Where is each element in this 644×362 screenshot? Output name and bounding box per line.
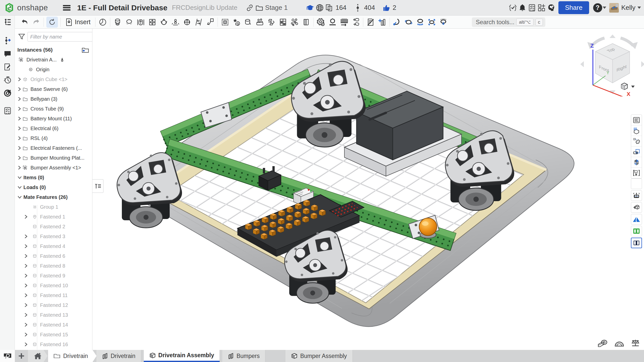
avatar[interactable] bbox=[609, 3, 619, 13]
tree-folder-battery-mount[interactable]: Battery Mount (11) bbox=[15, 114, 92, 124]
transfer-button[interactable] bbox=[266, 17, 277, 28]
app-mk-icon[interactable]: MK bbox=[631, 178, 642, 189]
compare-columns-button[interactable] bbox=[376, 17, 388, 28]
tab-drivetrain-folder[interactable]: Drivetrain bbox=[48, 350, 96, 362]
rack-pinion-relation-button[interactable] bbox=[338, 17, 350, 28]
rotate-left-arrow[interactable] bbox=[580, 61, 584, 67]
chevron-right-icon[interactable] bbox=[24, 215, 28, 219]
mate-fastened-13[interactable]: Fastened 13 bbox=[15, 310, 92, 320]
mate-button[interactable] bbox=[97, 17, 109, 28]
screw-relation-button[interactable] bbox=[350, 17, 362, 28]
tangent-mate-button[interactable] bbox=[204, 17, 216, 28]
chevron-right-icon[interactable] bbox=[24, 274, 28, 278]
search-document-icon[interactable] bbox=[0, 87, 15, 100]
in-context-button[interactable] bbox=[254, 17, 266, 28]
filter-icon[interactable] bbox=[18, 34, 25, 40]
mate-fastened-12[interactable]: Fastened 12 bbox=[15, 300, 92, 310]
help-caret-icon[interactable] bbox=[603, 7, 606, 9]
bom-table-button[interactable] bbox=[277, 17, 289, 28]
app-export-cube-icon[interactable] bbox=[631, 202, 642, 213]
revolute-mate-button[interactable] bbox=[123, 17, 135, 28]
chevron-down-icon[interactable] bbox=[17, 186, 22, 189]
drawing-hide-button[interactable] bbox=[365, 17, 376, 28]
document-menu-icon[interactable] bbox=[63, 5, 70, 11]
assembly-structure-toggle[interactable] bbox=[0, 16, 15, 29]
user-name[interactable]: Kelly bbox=[621, 4, 635, 12]
chevron-right-icon[interactable] bbox=[17, 146, 22, 150]
pinwheel-app-icon[interactable] bbox=[631, 157, 642, 168]
chevron-right-icon[interactable] bbox=[17, 136, 22, 140]
versions-add-icon[interactable] bbox=[0, 34, 15, 47]
app-green-book-icon[interactable] bbox=[631, 226, 642, 236]
add-folder-icon[interactable] bbox=[82, 47, 89, 53]
parallel-mate-button[interactable] bbox=[193, 17, 204, 28]
view-mode-caret-icon[interactable] bbox=[631, 86, 635, 88]
chevron-right-icon[interactable] bbox=[17, 156, 22, 160]
chevron-right-icon[interactable] bbox=[24, 294, 28, 297]
rotate-up-arrow[interactable] bbox=[610, 34, 616, 38]
appearance-icon[interactable] bbox=[631, 136, 642, 147]
search-tabs-button[interactable] bbox=[0, 350, 15, 362]
rotate-right-arrow[interactable] bbox=[641, 61, 644, 67]
mate-fastened-11[interactable]: Fastened 11 bbox=[15, 291, 92, 300]
configurations-icon[interactable] bbox=[631, 125, 642, 136]
tree-folder-bellypan[interactable]: Bellypan (3) bbox=[15, 94, 92, 104]
cylindrical-mate-button[interactable] bbox=[181, 17, 193, 28]
snap-mode-button[interactable] bbox=[242, 17, 254, 28]
feedback-icon[interactable] bbox=[0, 60, 15, 74]
mate-fastened-1[interactable]: Fastened 1 bbox=[15, 212, 92, 222]
group-button[interactable] bbox=[219, 17, 231, 28]
tree-folder-cross-tube[interactable]: Cross Tube (9) bbox=[15, 104, 92, 114]
chevron-right-icon[interactable] bbox=[24, 264, 28, 268]
home-tab-button[interactable] bbox=[28, 350, 48, 362]
featurescript-icon[interactable] bbox=[508, 3, 518, 13]
tape-measure-icon[interactable] bbox=[598, 339, 608, 347]
named-views-icon[interactable] bbox=[631, 147, 642, 157]
new-tab-button[interactable] bbox=[15, 350, 28, 362]
chevron-right-icon[interactable] bbox=[24, 244, 28, 248]
chevron-right-icon[interactable] bbox=[17, 78, 22, 81]
search-tools[interactable]: Search tools... alt/⌥ c bbox=[472, 17, 545, 27]
tree-folder-electrical-fasteners[interactable]: Electrical Fasteners (... bbox=[15, 143, 92, 153]
tab-drivetrain-assembly[interactable]: Drivetrain Assembly bbox=[144, 350, 220, 362]
likes-icon[interactable] bbox=[381, 3, 391, 13]
insert-button[interactable]: Insert bbox=[62, 18, 94, 26]
chevron-right-icon[interactable] bbox=[24, 254, 28, 258]
chevron-down-icon[interactable] bbox=[17, 176, 22, 179]
mate-fastened-14[interactable]: Fastened 14 bbox=[15, 320, 92, 330]
chevron-right-icon[interactable] bbox=[24, 323, 28, 327]
tree-folder-electrical[interactable]: Electrical (6) bbox=[15, 124, 92, 133]
exploded-view-button[interactable] bbox=[289, 17, 300, 28]
fastened-mate-button[interactable] bbox=[112, 17, 123, 28]
3d-model-canvas[interactable] bbox=[93, 29, 644, 350]
gear-relation-button[interactable] bbox=[327, 17, 338, 28]
mate-fastened-10[interactable]: Fastened 10 bbox=[15, 281, 92, 291]
tab-drivetrain-partstudio[interactable]: Drivetrain bbox=[96, 350, 141, 362]
copies-icon[interactable] bbox=[325, 3, 334, 13]
tree-root-assembly[interactable]: Drivetrain A... bbox=[15, 55, 92, 65]
tree-folder-rsl[interactable]: RSL (4) bbox=[15, 133, 92, 143]
spin-view-button[interactable] bbox=[403, 17, 414, 28]
section-view-button[interactable] bbox=[438, 17, 449, 28]
app-robot-icon[interactable] bbox=[631, 190, 642, 201]
history-icon[interactable] bbox=[0, 74, 15, 87]
user-caret-icon[interactable] bbox=[637, 7, 641, 9]
ball-mate-button[interactable] bbox=[158, 17, 170, 28]
redo-button[interactable] bbox=[30, 17, 42, 28]
pin-slot-mate-button[interactable] bbox=[170, 17, 181, 28]
named-positions-button[interactable] bbox=[300, 17, 312, 28]
mate-fastened-6[interactable]: Fastened 6 bbox=[15, 251, 92, 261]
chevron-right-icon[interactable] bbox=[17, 97, 22, 101]
tree-item-bumper-assembly[interactable]: Bumper Assembly <1> bbox=[15, 163, 92, 173]
view-mode-cube-button[interactable] bbox=[620, 82, 638, 91]
notifications-bell-icon[interactable] bbox=[518, 3, 527, 13]
chevron-down-icon[interactable] bbox=[17, 196, 22, 199]
center-view-button[interactable] bbox=[426, 17, 438, 28]
graphics-area[interactable]: Top Front Right Z Y X MK bbox=[93, 29, 644, 350]
stage-label[interactable]: Stage 1 bbox=[265, 4, 288, 12]
chevron-right-icon[interactable] bbox=[17, 87, 22, 91]
mate-fastened-2[interactable]: Fastened 2 bbox=[15, 222, 92, 232]
learning-icon[interactable] bbox=[305, 3, 315, 13]
replicate-button[interactable] bbox=[231, 17, 242, 28]
view-cube-body[interactable]: Top Front Right bbox=[595, 44, 630, 83]
